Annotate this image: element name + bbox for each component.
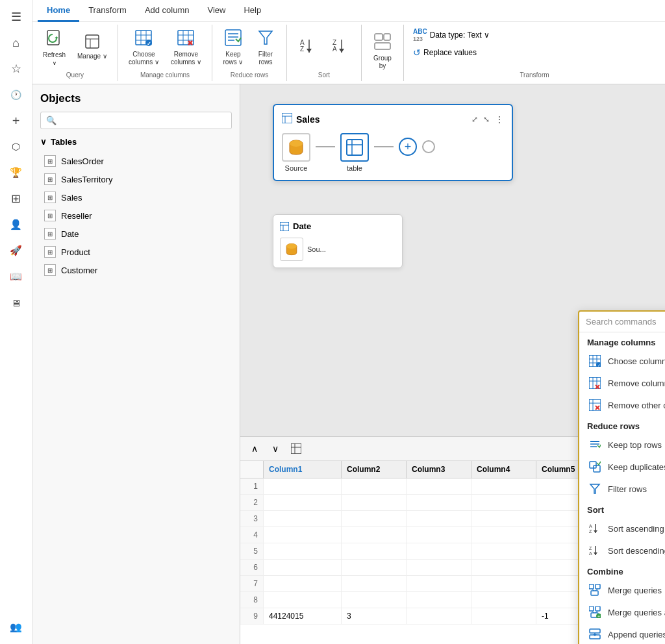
add-step-button[interactable]: + bbox=[399, 138, 417, 156]
cmd-append-queries-label: Append queries bbox=[608, 630, 665, 639]
cmd-append-queries[interactable]: Append queries bbox=[579, 623, 665, 644]
collapse-up-button[interactable]: ∧ bbox=[245, 440, 264, 458]
tab-add-column[interactable]: Add column bbox=[136, 0, 199, 22]
expand-icon[interactable]: ⤢ bbox=[471, 115, 478, 124]
table-step[interactable]: table bbox=[340, 133, 369, 172]
table-icon-sales: ⊞ bbox=[44, 192, 56, 203]
cmd-remove-columns[interactable]: Remove columns bbox=[579, 372, 665, 394]
grid-col-1[interactable]: Column1 bbox=[264, 461, 342, 478]
cmd-keep-duplicates[interactable]: Keep duplicates bbox=[579, 456, 665, 478]
sort-desc-cmd-icon: Z A bbox=[588, 544, 601, 557]
table-item-salesterritory[interactable]: ⊞ SalesTerritory bbox=[40, 170, 232, 188]
manage-button[interactable]: Manage ∨ bbox=[72, 32, 112, 63]
ribbon-group-groupby: Group by bbox=[362, 25, 404, 81]
clock-icon[interactable]: 🕐 bbox=[5, 83, 28, 106]
tab-transform[interactable]: Transform bbox=[79, 0, 136, 22]
grid-col-4[interactable]: Column4 bbox=[471, 461, 536, 478]
grid-view-button[interactable] bbox=[287, 440, 305, 458]
choose-columns-button[interactable]: ✓ Choose columns ∨ bbox=[123, 26, 164, 69]
plus-icon[interactable]: + bbox=[5, 109, 28, 132]
date-card-table-icon bbox=[280, 222, 289, 231]
objects-search-input[interactable] bbox=[60, 116, 226, 125]
trophy-icon[interactable]: 🏆 bbox=[5, 161, 28, 184]
collapse-down-button[interactable]: ∨ bbox=[266, 440, 284, 458]
monitor-icon[interactable]: 🖥 bbox=[5, 291, 28, 314]
svg-text:✓: ✓ bbox=[147, 41, 151, 47]
filter-rows-button[interactable]: Filter rows bbox=[250, 26, 281, 69]
table-item-date[interactable]: ⊞ Date bbox=[40, 225, 232, 243]
home-icon[interactable]: ⌂ bbox=[5, 31, 28, 55]
grid-col-3[interactable]: Column3 bbox=[407, 461, 471, 478]
svg-text:A: A bbox=[589, 524, 592, 528]
collapse-icon[interactable]: ⤡ bbox=[483, 115, 490, 124]
svg-text:Z: Z bbox=[300, 45, 304, 53]
group-by-label: Group by bbox=[373, 55, 392, 70]
append-queries-cmd-icon bbox=[588, 628, 601, 641]
tab-home[interactable]: Home bbox=[38, 0, 79, 22]
ribbon-group-transform: ABC123 Data type: Text ∨ ↺ Replace value… bbox=[404, 25, 665, 81]
cmd-remove-other-columns[interactable]: Remove other columns bbox=[579, 394, 665, 416]
source-step[interactable]: Source bbox=[282, 133, 310, 172]
tables-section: ∨ Tables ⊞ SalesOrder ⊞ SalesTerritory ⊞… bbox=[40, 137, 232, 279]
svg-text:✓: ✓ bbox=[597, 364, 601, 367]
svg-rect-40 bbox=[347, 140, 362, 155]
cmd-choose-columns-label: Choose columns bbox=[608, 356, 665, 366]
choose-columns-label: Choose columns ∨ bbox=[129, 51, 159, 66]
star-icon[interactable]: ☆ bbox=[5, 57, 28, 80]
people-icon[interactable]: 👥 bbox=[5, 615, 28, 639]
table-name-customer: Customer bbox=[61, 266, 97, 275]
book-icon[interactable]: 📖 bbox=[5, 265, 28, 288]
table-name-date: Date bbox=[61, 229, 79, 239]
cmd-sort-descending[interactable]: Z A Sort descending bbox=[579, 539, 665, 562]
cmd-filter-rows[interactable]: Filter rows bbox=[579, 478, 665, 500]
replace-values-button[interactable]: ↺ Replace values bbox=[409, 45, 481, 60]
cmd-sort-ascending-label: Sort ascending bbox=[608, 524, 664, 534]
person-icon[interactable]: 👤 bbox=[5, 213, 28, 236]
table-item-sales[interactable]: ⊞ Sales bbox=[40, 188, 232, 206]
keep-rows-button[interactable]: Keep rows ∨ bbox=[218, 26, 249, 69]
tab-help[interactable]: Help bbox=[234, 0, 270, 22]
group-by-button[interactable]: Group by bbox=[367, 30, 398, 73]
tab-view[interactable]: View bbox=[199, 0, 235, 22]
command-search-input[interactable] bbox=[586, 317, 665, 327]
query-canvas: Sales ⤢ ⤡ ⋮ bbox=[240, 84, 665, 644]
cmd-sort-descending-label: Sort descending bbox=[608, 546, 665, 556]
hamburger-menu-icon[interactable]: ☰ bbox=[5, 5, 28, 29]
cmd-choose-columns[interactable]: ✓ Choose columns bbox=[579, 350, 665, 372]
query-steps: Source table + bbox=[282, 133, 504, 172]
cmd-sort-ascending[interactable]: A Z Sort ascending bbox=[579, 517, 665, 539]
sort-asc-button[interactable]: A Z bbox=[292, 34, 323, 61]
svg-rect-73 bbox=[594, 465, 600, 472]
table-name-reseller: Reseller bbox=[61, 211, 92, 221]
table-item-reseller[interactable]: ⊞ Reseller bbox=[40, 206, 232, 225]
more-options-icon[interactable]: ⋮ bbox=[495, 114, 504, 125]
keep-duplicates-cmd-icon bbox=[588, 460, 601, 473]
cmd-merge-queries-new[interactable]: + Merge queries as new bbox=[579, 601, 665, 623]
table-item-customer[interactable]: ⊞ Customer bbox=[40, 261, 232, 279]
svg-marker-23 bbox=[259, 31, 272, 44]
table-icon-salesorder: ⊞ bbox=[44, 155, 56, 167]
table-icon-reseller: ⊞ bbox=[44, 210, 56, 221]
cmd-keep-top-rows[interactable]: Keep top rows bbox=[579, 434, 665, 456]
cmd-keep-duplicates-label: Keep duplicates bbox=[608, 462, 665, 472]
svg-text:Z: Z bbox=[589, 529, 592, 534]
sort-desc-button[interactable]: Z A bbox=[325, 34, 356, 61]
grid-icon[interactable]: ⊞ bbox=[5, 187, 28, 210]
objects-search-box[interactable]: 🔍 bbox=[40, 112, 232, 129]
rocket-icon[interactable]: 🚀 bbox=[5, 239, 28, 262]
table-item-product[interactable]: ⊞ Product bbox=[40, 243, 232, 261]
data-type-button[interactable]: ABC123 Data type: Text ∨ bbox=[409, 26, 660, 44]
cylinder-icon[interactable]: ⬡ bbox=[5, 135, 28, 158]
command-search-bar[interactable] bbox=[579, 312, 665, 332]
grid-col-2[interactable]: Column2 bbox=[342, 461, 407, 478]
cmd-merge-queries-new-label: Merge queries as new bbox=[608, 608, 665, 617]
transform-group-label: Transform bbox=[407, 70, 662, 81]
main-area: Home Transform Add column View Help bbox=[32, 0, 665, 644]
cmd-merge-queries[interactable]: Merge queries bbox=[579, 579, 665, 601]
manage-columns-group-label: Manage columns bbox=[121, 70, 209, 81]
sort-asc-icon: A Z bbox=[300, 37, 316, 58]
tables-collapse-icon[interactable]: ∨ bbox=[40, 137, 47, 147]
remove-columns-button[interactable]: Remove columns ∨ bbox=[166, 26, 207, 69]
table-item-salesorder[interactable]: ⊞ SalesOrder bbox=[40, 152, 232, 170]
refresh-button[interactable]: Refresh ∨ bbox=[38, 27, 71, 69]
